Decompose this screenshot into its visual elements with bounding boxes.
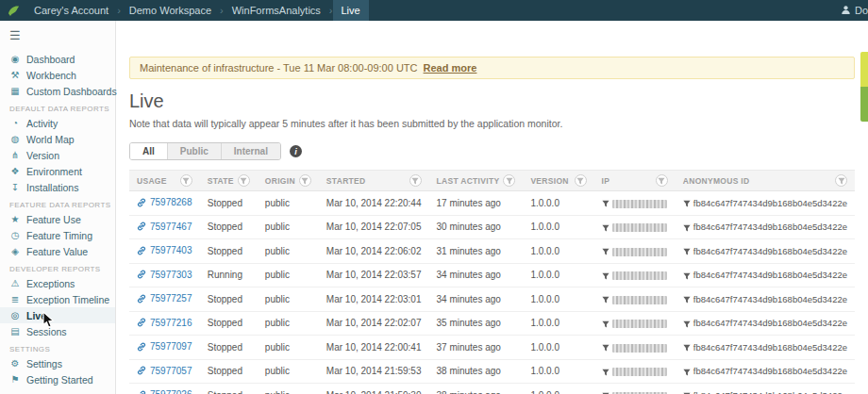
- sidebar-item-settings[interactable]: ⚙Settings: [0, 355, 115, 371]
- sidebar-section-header-feature-data-reports: FEATURE DATA REPORTS: [0, 195, 115, 211]
- breadcrumb-carey-s-account[interactable]: Carey's Account: [25, 0, 117, 21]
- last-activity-cell: 38 minutes ago: [429, 384, 524, 394]
- last-activity-cell: 37 minutes ago: [429, 336, 524, 360]
- anonymous-id-value: fb84c647f747434d9b168b04e5d3422e: [693, 222, 847, 232]
- filter-by-anonymous-id-icon[interactable]: [683, 200, 691, 207]
- usage-link[interactable]: 75977216: [137, 318, 192, 328]
- sidebar-item-installations[interactable]: ↧Installations: [0, 179, 115, 195]
- topbar-account[interactable]: Do: [841, 5, 868, 17]
- column-filter-icon[interactable]: [238, 174, 250, 187]
- sidebar-item-activity[interactable]: ◔Activity: [0, 115, 115, 131]
- column-header-started: STARTED: [319, 171, 429, 191]
- sidebar-item-feature-value[interactable]: ◈Feature Value: [0, 243, 115, 259]
- tab-public[interactable]: Public: [167, 143, 221, 159]
- filter-by-anonymous-id-icon[interactable]: [683, 344, 691, 352]
- table-row: 75977097StoppedpublicMar 10, 2014 22:00:…: [129, 336, 855, 360]
- state-cell: Stopped: [200, 311, 258, 336]
- page-title: Live: [129, 90, 855, 112]
- info-icon[interactable]: i: [290, 145, 302, 157]
- activity-icon: ◔: [9, 118, 21, 128]
- anonymous-id-value: fb84c647f747434d9b168b04e5d3422e: [693, 246, 847, 256]
- filter-by-anonymous-id-icon[interactable]: [683, 248, 691, 255]
- filter-by-ip-icon[interactable]: [602, 320, 609, 328]
- origin-cell: public: [258, 359, 319, 384]
- sidebar-item-environment[interactable]: ❖Environment: [0, 163, 115, 179]
- ip-value-redacted: [612, 320, 667, 328]
- column-filter-icon[interactable]: [409, 174, 422, 187]
- sidebar-item-exceptions[interactable]: ⚠Exceptions: [0, 275, 115, 291]
- usage-link[interactable]: 75977303: [137, 270, 192, 280]
- sidebar-item-label: Exceptions: [26, 278, 75, 289]
- breadcrumb-live[interactable]: Live: [333, 0, 369, 21]
- filter-by-ip-icon[interactable]: [602, 369, 609, 376]
- sidebar-item-feature-timing[interactable]: ◷Feature Timing: [0, 227, 115, 243]
- column-filter-icon[interactable]: [575, 174, 587, 187]
- version-cell: 1.0.0.0: [523, 359, 593, 384]
- column-label: USAGE: [137, 176, 167, 186]
- filter-by-ip-icon[interactable]: [602, 296, 609, 304]
- origin-cell: public: [258, 336, 319, 360]
- sidebar-item-sessions[interactable]: ▤Sessions: [0, 323, 115, 339]
- started-cell: Mar 10, 2014 22:03:01: [319, 287, 429, 312]
- filter-by-ip-icon[interactable]: [602, 248, 609, 255]
- menu-toggle-icon[interactable]: ☰: [0, 28, 115, 51]
- usage-link[interactable]: 75978268: [137, 197, 192, 207]
- sidebar-item-world-map[interactable]: ◍World Map: [0, 131, 115, 147]
- started-cell: Mar 10, 2014 21:59:30: [319, 384, 429, 394]
- filter-by-anonymous-id-icon[interactable]: [683, 296, 691, 304]
- table-row: 75977467StoppedpublicMar 10, 2014 22:07:…: [129, 215, 855, 239]
- column-filter-icon[interactable]: [299, 174, 311, 187]
- dashboard-icon: ◉: [9, 54, 21, 64]
- version-icon: ⋔: [9, 150, 21, 160]
- breadcrumb-winformsanalytics[interactable]: WinFormsAnalytics: [224, 0, 329, 21]
- page-note: Note that data will typically appear 5 m…: [129, 118, 855, 129]
- started-cell: Mar 10, 2014 22:06:02: [319, 239, 429, 264]
- settings-icon: ⚙: [9, 358, 21, 369]
- filter-by-ip-icon[interactable]: [602, 344, 609, 352]
- sidebar-item-dashboard[interactable]: ◉Dashboard: [0, 51, 115, 67]
- alert-text: Maintenance of infrastructure - Tue 11 M…: [140, 62, 418, 74]
- filter-by-anonymous-id-icon[interactable]: [683, 272, 691, 280]
- read-more-link[interactable]: Read more: [424, 62, 477, 74]
- filter-by-ip-icon[interactable]: [602, 224, 609, 232]
- feedback-tab[interactable]: [860, 52, 868, 122]
- ip-value-redacted: [612, 344, 667, 353]
- usage-link[interactable]: 75977097: [137, 341, 192, 352]
- anonymous-id-value: fb84c647f747434d9b168b04e5d3422e: [693, 198, 847, 208]
- state-cell: Stopped: [200, 384, 258, 394]
- sidebar-item-version[interactable]: ⋔Version: [0, 147, 115, 163]
- filter-by-ip-icon[interactable]: [602, 272, 609, 280]
- column-filter-icon[interactable]: [180, 174, 192, 187]
- filter-by-anonymous-id-icon[interactable]: [683, 369, 691, 376]
- sidebar-item-exception-timeline[interactable]: ≣Exception Timeline: [0, 291, 115, 307]
- usage-link[interactable]: 75977467: [137, 222, 192, 232]
- usage-link[interactable]: 75977026: [137, 389, 192, 394]
- usage-id: 75977026: [150, 389, 192, 394]
- anonymous-id-cell: fb84c647f747434d9b168b04e5d3422e: [676, 239, 855, 264]
- filter-by-anonymous-id-icon[interactable]: [683, 320, 691, 328]
- usage-link[interactable]: 75977403: [137, 245, 192, 255]
- column-filter-icon[interactable]: [656, 174, 668, 187]
- usage-cell: 75977026: [129, 384, 200, 394]
- sidebar-item-getting-started[interactable]: ⚑Getting Started: [0, 371, 115, 387]
- usage-link[interactable]: 75977057: [137, 366, 192, 376]
- last-activity-cell: 34 minutes ago: [429, 263, 524, 287]
- sidebar-item-feature-use[interactable]: ★Feature Use: [0, 211, 115, 227]
- usage-link[interactable]: 75977257: [137, 293, 192, 304]
- sidebar-item-custom-dashboards[interactable]: ▦Custom Dashboards: [0, 83, 115, 99]
- breadcrumb: Carey's Account›Demo Workspace›WinFormsA…: [25, 0, 369, 21]
- filter-by-anonymous-id-icon[interactable]: [683, 224, 691, 232]
- version-cell: 1.0.0.0: [523, 336, 593, 360]
- usage-id: 75977257: [150, 293, 192, 304]
- tab-all[interactable]: All: [130, 143, 167, 159]
- sidebar-item-workbench[interactable]: ⚒Workbench: [0, 67, 115, 83]
- ip-cell: [594, 287, 676, 312]
- column-filter-icon[interactable]: [835, 174, 847, 187]
- sidebar-item-live[interactable]: ◎Live: [0, 307, 115, 323]
- filter-by-ip-icon[interactable]: [602, 200, 609, 207]
- breadcrumb-demo-workspace[interactable]: Demo Workspace: [121, 0, 220, 21]
- column-filter-icon[interactable]: [503, 174, 515, 187]
- ip-cell: [594, 336, 676, 360]
- tab-internal[interactable]: Internal: [221, 143, 280, 159]
- column-label: VERSION: [530, 176, 568, 186]
